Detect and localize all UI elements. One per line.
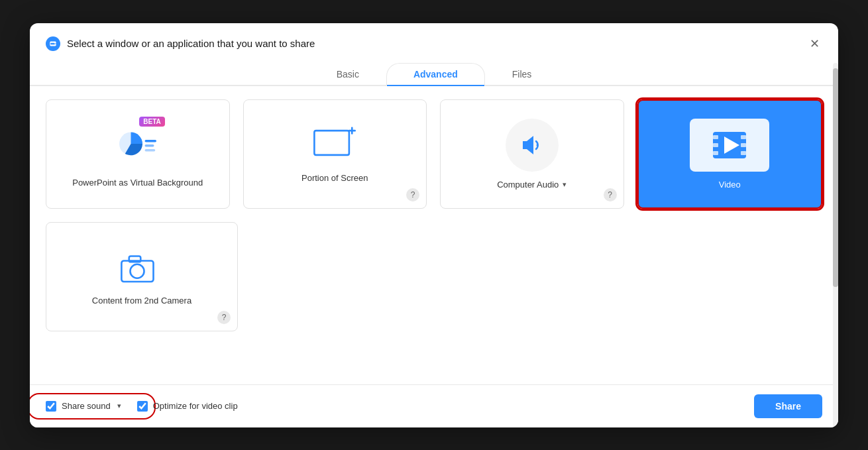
share-sound-label: Share sound	[62, 401, 111, 411]
video-icon-area	[690, 119, 769, 172]
dialog-title: Select a window or an application that y…	[67, 38, 315, 49]
card-camera[interactable]: Content from 2nd Camera ?	[46, 222, 238, 331]
close-button[interactable]: ✕	[807, 35, 822, 52]
optimize-group: Optimize for video clip	[137, 401, 238, 412]
optimize-checkbox[interactable]	[137, 401, 148, 412]
footer: Share sound ▾ Optimize for video clip Sh…	[30, 384, 838, 427]
share-button[interactable]: Share	[754, 394, 822, 418]
card-row-2: Content from 2nd Camera ?	[46, 222, 822, 331]
camera-label: Content from 2nd Camera	[92, 296, 191, 306]
video-icon-wrap	[690, 119, 769, 172]
audio-help-icon[interactable]: ?	[604, 188, 617, 201]
share-sound-dropdown[interactable]: ▾	[117, 402, 121, 410]
card-video[interactable]: Video	[637, 99, 823, 209]
svg-rect-11	[713, 143, 718, 147]
share-sound-group: Share sound ▾	[46, 401, 121, 412]
zoom-logo-icon	[46, 36, 60, 51]
scrollbar-thumb	[833, 68, 838, 287]
svg-rect-3	[144, 148, 155, 151]
portion-of-screen-icon	[311, 125, 358, 165]
audio-circle	[506, 119, 559, 172]
powerpoint-icon-wrap: BETA	[115, 121, 161, 170]
audio-icon-area	[506, 119, 559, 172]
share-dialog: Select a window or an application that y…	[30, 23, 838, 427]
svg-rect-1	[144, 139, 156, 142]
svg-rect-10	[713, 135, 718, 139]
svg-rect-15	[741, 151, 746, 155]
svg-rect-12	[713, 151, 718, 155]
powerpoint-label: PowerPoint as Virtual Background	[72, 178, 203, 188]
tab-underline	[387, 85, 484, 86]
portion-icon-area	[311, 125, 358, 165]
tab-advanced[interactable]: Advanced	[386, 63, 485, 86]
svg-rect-2	[144, 144, 154, 146]
audio-dropdown-arrow[interactable]: ▾	[563, 180, 567, 189]
optimize-label: Optimize for video clip	[153, 401, 238, 411]
title-row: Select a window or an application that y…	[46, 36, 315, 51]
svg-rect-18	[129, 256, 141, 262]
portion-help-icon[interactable]: ?	[406, 188, 419, 201]
tab-files[interactable]: Files	[485, 63, 559, 86]
svg-rect-4	[315, 131, 350, 155]
svg-point-17	[131, 264, 144, 278]
dialog-header: Select a window or an application that y…	[30, 23, 838, 52]
video-label: Video	[719, 180, 741, 190]
film-icon	[710, 129, 749, 162]
tabs-row: Basic Advanced Files	[30, 52, 838, 86]
svg-point-7	[536, 144, 538, 146]
second-camera-icon	[119, 248, 165, 288]
tab-basic[interactable]: Basic	[309, 63, 386, 86]
powerpoint-icon-area: BETA	[115, 121, 161, 170]
share-sound-checkbox[interactable]	[46, 401, 56, 412]
svg-rect-13	[741, 135, 746, 139]
camera-icon-area	[119, 248, 165, 288]
scrollbar[interactable]	[833, 63, 838, 427]
card-row-1: BETA PowerPoint as Virtual Background	[46, 99, 822, 209]
svg-rect-14	[741, 143, 746, 147]
powerpoint-icon	[115, 121, 161, 167]
portion-label: Portion of Screen	[301, 173, 368, 183]
audio-label: Computer Audio	[497, 180, 559, 190]
audio-label-row: Computer Audio ▾	[497, 180, 567, 190]
speaker-icon	[517, 131, 547, 160]
card-powerpoint[interactable]: BETA PowerPoint as Virtual Background	[46, 99, 230, 209]
beta-badge: BETA	[139, 117, 164, 127]
content-area: BETA PowerPoint as Virtual Background	[30, 86, 838, 384]
card-portion[interactable]: Portion of Screen ?	[243, 99, 427, 209]
card-audio[interactable]: Computer Audio ▾ ?	[440, 99, 624, 209]
camera-help-icon[interactable]: ?	[217, 311, 231, 324]
